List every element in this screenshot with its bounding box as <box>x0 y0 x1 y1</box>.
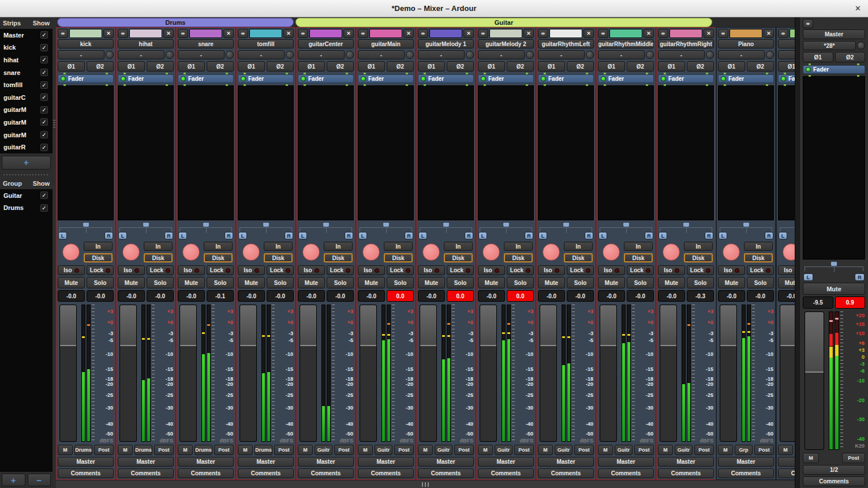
panner[interactable]: LR <box>778 222 795 239</box>
trim-knob[interactable] <box>466 51 474 59</box>
gain-fader[interactable] <box>540 305 557 442</box>
track-name-button[interactable]: guitarMelody 2 <box>478 39 534 48</box>
hide-strip-icon[interactable]: ✕ <box>403 29 414 38</box>
pan-right-button[interactable]: R <box>345 232 353 239</box>
phase2-button[interactable]: Ø2 <box>507 61 534 72</box>
add-strip-button[interactable]: + <box>2 156 51 170</box>
show-checkbox[interactable]: ✓ <box>40 204 48 212</box>
width-toggle-icon[interactable]: ⇹ <box>358 29 368 38</box>
panner[interactable]: LR <box>118 222 174 239</box>
solo-iso-button[interactable]: Iso <box>58 265 85 275</box>
pan-handle[interactable] <box>683 222 690 227</box>
gain-fader[interactable] <box>660 305 677 442</box>
mute-button[interactable]: Mute <box>178 277 205 288</box>
processor-box[interactable] <box>298 85 354 220</box>
trim-knob[interactable] <box>766 51 774 59</box>
mute-button[interactable]: Mute <box>58 277 85 288</box>
pan-handle[interactable] <box>203 222 209 227</box>
track-color-swatch[interactable] <box>429 29 462 38</box>
panner[interactable]: LR <box>418 222 474 239</box>
solo-iso-button[interactable]: Iso <box>298 265 325 275</box>
width-toggle-icon[interactable]: ⇹ <box>118 29 128 38</box>
peak-display[interactable]: -0.0 <box>567 290 594 302</box>
phase1-button[interactable]: Ø1 <box>718 61 745 72</box>
group-button[interactable]: Drums <box>134 445 152 455</box>
width-toggle-icon[interactable]: ⇹ <box>58 29 68 38</box>
peak-display[interactable]: 0.0 <box>447 290 474 302</box>
pan-left-button[interactable]: L <box>118 232 127 239</box>
master-mute-button[interactable]: Mute <box>803 283 865 295</box>
solo-button[interactable]: Solo <box>87 277 114 288</box>
panner[interactable]: LR <box>58 222 114 239</box>
input-button[interactable]: - <box>778 50 795 59</box>
sidebar-strip-item[interactable]: guitarM✓ <box>0 129 53 141</box>
track-name-button[interactable]: hihat <box>118 39 174 48</box>
show-checkbox[interactable]: ✓ <box>40 31 48 39</box>
processor-box[interactable] <box>238 85 294 220</box>
master-width-toggle-icon[interactable]: ⇹ <box>803 19 813 28</box>
width-toggle-icon[interactable]: ⇹ <box>238 29 248 38</box>
output-button[interactable]: Master <box>418 457 474 467</box>
record-enable-button[interactable] <box>723 243 740 261</box>
peak-display[interactable]: 0.0 <box>387 290 414 302</box>
show-checkbox[interactable]: ✓ <box>40 118 48 126</box>
solo-iso-button[interactable]: Iso <box>538 265 565 275</box>
record-enable-button[interactable] <box>182 243 200 261</box>
pan-left-button[interactable]: L <box>598 232 607 239</box>
gain-display[interactable]: -0.0 <box>298 290 325 302</box>
trim-knob[interactable] <box>706 51 714 59</box>
monitor-input-button[interactable]: In <box>444 242 473 251</box>
fader-processor[interactable]: Fader <box>538 74 594 83</box>
show-checkbox[interactable]: ✓ <box>40 93 48 101</box>
solo-lock-button[interactable]: Lock <box>327 265 354 275</box>
mute-button[interactable]: Mute <box>238 277 265 288</box>
master-phase2-button[interactable]: Ø2 <box>835 52 866 62</box>
solo-iso-button[interactable]: Iso <box>598 265 625 275</box>
metering-button[interactable]: M <box>658 445 673 455</box>
pan-right-button[interactable]: R <box>525 232 533 239</box>
solo-button[interactable]: Solo <box>747 277 774 288</box>
comments-button[interactable]: Comments <box>298 468 354 478</box>
processor-box[interactable] <box>478 85 534 220</box>
pan-right-button[interactable]: R <box>585 232 593 239</box>
phase1-button[interactable]: Ø1 <box>58 61 85 72</box>
hide-strip-icon[interactable]: ✕ <box>764 29 774 38</box>
record-enable-button[interactable] <box>603 243 620 261</box>
fader-processor[interactable]: Fader <box>118 74 174 83</box>
output-button[interactable]: Master <box>238 457 294 467</box>
solo-iso-button[interactable]: Iso <box>778 265 795 275</box>
pan-right-button[interactable]: R <box>405 232 413 239</box>
processor-box[interactable] <box>658 85 714 220</box>
comments-button[interactable]: Comments <box>58 468 114 478</box>
phase2-button[interactable]: Ø2 <box>687 61 714 72</box>
sidebar-splitter[interactable] <box>53 17 56 488</box>
solo-lock-button[interactable]: Lock <box>687 265 714 275</box>
phase2-button[interactable]: Ø2 <box>627 61 654 72</box>
phase2-button[interactable]: Ø2 <box>147 61 174 72</box>
solo-lock-button[interactable]: Lock <box>147 265 174 275</box>
pan-right-button[interactable]: R <box>104 232 113 239</box>
output-button[interactable]: Master <box>118 457 174 467</box>
output-button[interactable]: Master <box>778 457 795 467</box>
gain-fader[interactable] <box>119 305 137 442</box>
meter-point-button[interactable]: Post <box>754 445 774 455</box>
peak-display[interactable]: -0.0 <box>147 290 174 302</box>
hide-strip-icon[interactable]: ✕ <box>704 29 714 38</box>
sidebar-divider[interactable] <box>3 172 49 177</box>
output-button[interactable]: Master <box>598 457 654 467</box>
fader-processor[interactable]: Fader <box>58 74 114 83</box>
gain-fader[interactable] <box>780 305 795 442</box>
monitor-input-button[interactable]: In <box>84 242 113 251</box>
fader-processor[interactable]: Fader <box>718 74 774 83</box>
output-button[interactable]: Master <box>478 457 534 467</box>
track-name-button[interactable]: tomfill <box>238 39 294 48</box>
trim-knob[interactable] <box>406 51 414 59</box>
meter-point-button[interactable]: Post <box>274 445 294 455</box>
gain-fader[interactable] <box>600 305 617 442</box>
processor-box[interactable] <box>358 85 414 220</box>
comments-button[interactable]: Comments <box>778 468 795 478</box>
width-toggle-icon[interactable]: ⇹ <box>478 29 488 38</box>
group-button[interactable]: Drums <box>194 445 212 455</box>
metering-button[interactable]: M <box>178 445 193 455</box>
pan-right-button[interactable]: R <box>225 232 233 239</box>
